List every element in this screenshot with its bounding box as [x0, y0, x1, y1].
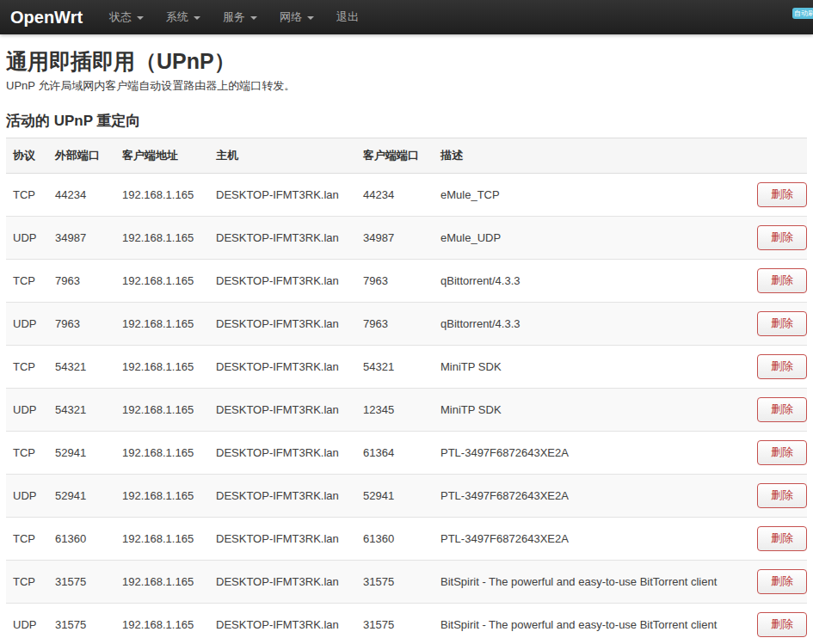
delete-button[interactable]: 删除	[757, 612, 807, 637]
cell-client-port: 44234	[356, 174, 434, 217]
cell-client-address: 192.168.1.165	[115, 604, 209, 644]
chevron-down-icon	[307, 16, 314, 20]
cell-host: DESKTOP-IFMT3RK.lan	[209, 604, 356, 644]
table-row: UDP34987192.168.1.165DESKTOP-IFMT3RK.lan…	[6, 217, 807, 260]
table-row: TCP7963192.168.1.165DESKTOP-IFMT3RK.lan7…	[6, 260, 807, 303]
column-header: 协议	[6, 138, 48, 174]
actions-cell: 删除	[750, 217, 807, 260]
cell-description: BitSpirit - The powerful and easy-to-use…	[434, 561, 750, 604]
nav-item-network[interactable]: 网络	[268, 0, 325, 34]
cell-host: DESKTOP-IFMT3RK.lan	[209, 475, 356, 518]
cell-client-port: 54321	[356, 346, 434, 389]
cell-protocol: TCP	[6, 561, 48, 604]
table-row: UDP52941192.168.1.165DESKTOP-IFMT3RK.lan…	[6, 475, 807, 518]
section-title: 活动的 UPnP 重定向	[6, 111, 807, 131]
page-content: 通用即插即用（UPnP） UPnP 允许局域网内客户端自动设置路由器上的端口转发…	[0, 48, 813, 644]
nav-item-status[interactable]: 状态	[98, 0, 155, 34]
cell-description: PTL-3497F6872643XE2A	[434, 518, 750, 561]
cell-client-address: 192.168.1.165	[115, 260, 209, 303]
delete-button[interactable]: 删除	[757, 440, 807, 465]
column-header: 客户端地址	[115, 138, 209, 174]
cell-client-address: 192.168.1.165	[115, 346, 209, 389]
cell-protocol: UDP	[6, 604, 48, 644]
nav-item-logout[interactable]: 退出	[325, 0, 370, 34]
nav-item-label: 系统	[166, 9, 188, 25]
column-header: 客户端端口	[356, 138, 434, 174]
delete-button[interactable]: 删除	[757, 354, 807, 379]
actions-column-header	[750, 138, 807, 174]
cell-protocol: TCP	[6, 260, 48, 303]
cell-client-port: 7963	[356, 303, 434, 346]
cell-host: DESKTOP-IFMT3RK.lan	[209, 217, 356, 260]
cell-description: PTL-3497F6872643XE2A	[434, 475, 750, 518]
table-row: TCP52941192.168.1.165DESKTOP-IFMT3RK.lan…	[6, 432, 807, 475]
auto-refresh-badge[interactable]: 自动刷新	[792, 8, 813, 19]
cell-external-port: 52941	[48, 432, 115, 475]
delete-button[interactable]: 删除	[757, 569, 807, 594]
cell-host: DESKTOP-IFMT3RK.lan	[209, 389, 356, 432]
cell-client-port: 31575	[356, 561, 434, 604]
cell-description: qBittorrent/4.3.3	[434, 260, 750, 303]
delete-button[interactable]: 删除	[757, 526, 807, 551]
cell-client-port: 7963	[356, 260, 434, 303]
cell-host: DESKTOP-IFMT3RK.lan	[209, 303, 356, 346]
chevron-down-icon	[194, 16, 200, 20]
cell-external-port: 54321	[48, 389, 115, 432]
cell-external-port: 31575	[48, 604, 115, 644]
cell-description: eMule_TCP	[434, 174, 750, 217]
actions-cell: 删除	[750, 432, 807, 475]
column-header: 主机	[209, 138, 356, 174]
nav-item-label: 网络	[280, 9, 302, 25]
cell-client-address: 192.168.1.165	[115, 561, 209, 604]
chevron-down-icon	[250, 16, 257, 20]
delete-button[interactable]: 删除	[757, 483, 807, 508]
nav-item-services[interactable]: 服务	[212, 0, 268, 34]
actions-cell: 删除	[750, 518, 807, 561]
cell-external-port: 34987	[48, 217, 115, 260]
table-row: TCP61360192.168.1.165DESKTOP-IFMT3RK.lan…	[6, 518, 807, 561]
cell-client-address: 192.168.1.165	[115, 518, 209, 561]
nav-item-system[interactable]: 系统	[155, 0, 212, 34]
chevron-down-icon	[137, 16, 144, 20]
cell-host: DESKTOP-IFMT3RK.lan	[209, 561, 356, 604]
cell-external-port: 54321	[48, 346, 115, 389]
navbar: OpenWrt 状态系统服务网络退出 自动刷新	[0, 0, 813, 34]
cell-protocol: UDP	[6, 217, 48, 260]
cell-client-port: 61364	[356, 432, 434, 475]
cell-protocol: TCP	[6, 432, 48, 475]
cell-client-port: 31575	[356, 604, 434, 644]
cell-description: qBittorrent/4.3.3	[434, 303, 750, 346]
cell-client-port: 12345	[356, 389, 434, 432]
table-row: UDP54321192.168.1.165DESKTOP-IFMT3RK.lan…	[6, 389, 807, 432]
column-header: 外部端口	[48, 138, 115, 174]
delete-button[interactable]: 删除	[757, 182, 807, 207]
actions-cell: 删除	[750, 389, 807, 432]
page-subtitle: UPnP 允许局域网内客户端自动设置路由器上的端口转发。	[6, 78, 807, 94]
table-row: UDP7963192.168.1.165DESKTOP-IFMT3RK.lan7…	[6, 303, 807, 346]
cell-protocol: UDP	[6, 475, 48, 518]
cell-description: BitSpirit - The powerful and easy-to-use…	[434, 604, 750, 644]
cell-client-port: 34987	[356, 217, 434, 260]
cell-description: PTL-3497F6872643XE2A	[434, 432, 750, 475]
cell-protocol: UDP	[6, 389, 48, 432]
column-header: 描述	[434, 138, 750, 174]
brand-logo[interactable]: OpenWrt	[10, 8, 83, 28]
cell-description: eMule_UDP	[434, 217, 750, 260]
delete-button[interactable]: 删除	[757, 397, 807, 422]
cell-client-address: 192.168.1.165	[115, 475, 209, 518]
cell-protocol: UDP	[6, 303, 48, 346]
cell-description: MiniTP SDK	[434, 389, 750, 432]
cell-description: MiniTP SDK	[434, 346, 750, 389]
cell-client-port: 61360	[356, 518, 434, 561]
cell-external-port: 7963	[48, 260, 115, 303]
actions-cell: 删除	[750, 260, 807, 303]
delete-button[interactable]: 删除	[757, 311, 807, 336]
actions-cell: 删除	[750, 475, 807, 518]
table-row: TCP31575192.168.1.165DESKTOP-IFMT3RK.lan…	[6, 561, 807, 604]
delete-button[interactable]: 删除	[757, 225, 807, 250]
actions-cell: 删除	[750, 346, 807, 389]
delete-button[interactable]: 删除	[757, 268, 807, 293]
actions-cell: 删除	[750, 303, 807, 346]
cell-protocol: TCP	[6, 346, 48, 389]
cell-external-port: 52941	[48, 475, 115, 518]
